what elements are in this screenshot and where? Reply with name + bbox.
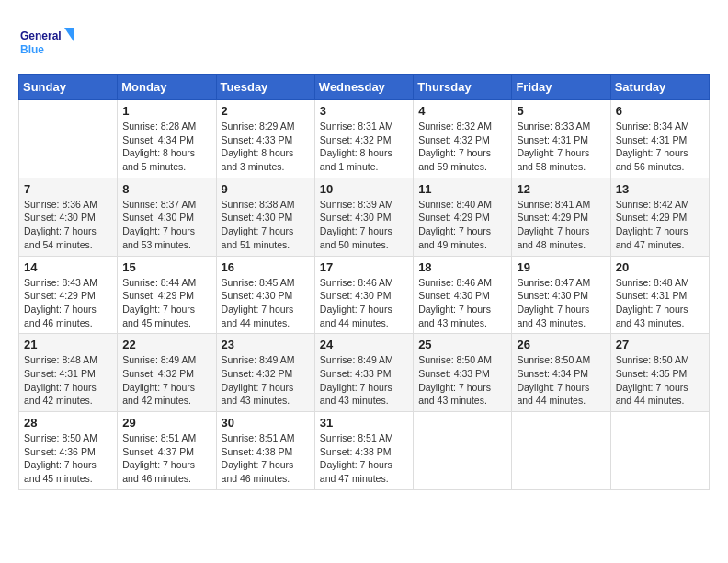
day-number: 2 — [222, 104, 310, 118]
calendar-cell: 10Sunrise: 8:39 AM Sunset: 4:30 PM Dayli… — [314, 178, 413, 256]
day-info: Sunrise: 8:48 AM Sunset: 4:31 PM Dayligh… — [24, 353, 112, 408]
day-number: 7 — [24, 182, 112, 196]
weekday-header-cell: Saturday — [610, 75, 709, 100]
weekday-header-cell: Monday — [118, 75, 216, 100]
day-info: Sunrise: 8:29 AM Sunset: 4:33 PM Dayligh… — [222, 120, 310, 174]
day-number: 20 — [616, 260, 704, 274]
day-info: Sunrise: 8:37 AM Sunset: 4:30 PM Dayligh… — [122, 198, 210, 252]
day-number: 8 — [122, 182, 210, 196]
calendar: SundayMondayTuesdayWednesdayThursdayFrid… — [18, 74, 710, 490]
day-info: Sunrise: 8:46 AM Sunset: 4:30 PM Dayligh… — [418, 276, 506, 330]
calendar-cell: 20Sunrise: 8:48 AM Sunset: 4:31 PM Dayli… — [610, 256, 709, 334]
day-number: 24 — [320, 338, 408, 351]
day-info: Sunrise: 8:49 AM Sunset: 4:32 PM Dayligh… — [222, 353, 310, 408]
day-info: Sunrise: 8:41 AM Sunset: 4:29 PM Dayligh… — [517, 198, 605, 252]
calendar-cell: 15Sunrise: 8:44 AM Sunset: 4:29 PM Dayli… — [118, 256, 216, 334]
calendar-cell: 17Sunrise: 8:46 AM Sunset: 4:30 PM Dayli… — [314, 256, 413, 334]
day-info: Sunrise: 8:50 AM Sunset: 4:36 PM Dayligh… — [24, 431, 112, 486]
day-info: Sunrise: 8:49 AM Sunset: 4:32 PM Dayligh… — [122, 353, 210, 408]
calendar-cell: 16Sunrise: 8:45 AM Sunset: 4:30 PM Dayli… — [216, 256, 314, 334]
calendar-cell: 23Sunrise: 8:49 AM Sunset: 4:32 PM Dayli… — [216, 334, 314, 412]
day-info: Sunrise: 8:49 AM Sunset: 4:33 PM Dayligh… — [320, 353, 408, 408]
calendar-body: 1Sunrise: 8:28 AM Sunset: 4:34 PM Daylig… — [19, 100, 710, 490]
day-info: Sunrise: 8:40 AM Sunset: 4:29 PM Dayligh… — [418, 198, 506, 252]
day-info: Sunrise: 8:34 AM Sunset: 4:31 PM Dayligh… — [616, 120, 704, 174]
weekday-header-cell: Tuesday — [216, 75, 314, 100]
weekday-header-cell: Sunday — [19, 75, 118, 100]
weekday-header-cell: Wednesday — [314, 75, 413, 100]
day-number: 26 — [517, 338, 605, 351]
day-number: 13 — [616, 182, 704, 196]
weekday-header-cell: Thursday — [414, 75, 512, 100]
day-info: Sunrise: 8:47 AM Sunset: 4:30 PM Dayligh… — [517, 276, 605, 330]
calendar-week-row: 21Sunrise: 8:48 AM Sunset: 4:31 PM Dayli… — [19, 334, 710, 412]
day-number: 6 — [616, 104, 704, 118]
day-info: Sunrise: 8:31 AM Sunset: 4:32 PM Dayligh… — [320, 120, 408, 174]
day-number: 27 — [616, 338, 704, 351]
calendar-cell: 25Sunrise: 8:50 AM Sunset: 4:33 PM Dayli… — [414, 334, 512, 412]
day-number: 4 — [418, 104, 506, 118]
day-info: Sunrise: 8:44 AM Sunset: 4:29 PM Dayligh… — [122, 276, 210, 330]
calendar-cell: 1Sunrise: 8:28 AM Sunset: 4:34 PM Daylig… — [118, 100, 216, 178]
calendar-cell: 12Sunrise: 8:41 AM Sunset: 4:29 PM Dayli… — [512, 178, 610, 256]
day-info: Sunrise: 8:36 AM Sunset: 4:30 PM Dayligh… — [24, 198, 112, 252]
calendar-cell: 8Sunrise: 8:37 AM Sunset: 4:30 PM Daylig… — [118, 178, 216, 256]
calendar-cell: 27Sunrise: 8:50 AM Sunset: 4:35 PM Dayli… — [610, 334, 709, 412]
calendar-cell: 2Sunrise: 8:29 AM Sunset: 4:33 PM Daylig… — [216, 100, 314, 178]
header: General Blue — [18, 18, 710, 64]
day-number: 21 — [24, 338, 112, 351]
day-number: 11 — [418, 182, 506, 196]
day-info: Sunrise: 8:38 AM Sunset: 4:30 PM Dayligh… — [222, 198, 310, 252]
day-info: Sunrise: 8:39 AM Sunset: 4:30 PM Dayligh… — [320, 198, 408, 252]
logo-svg: General Blue — [18, 23, 74, 64]
day-number: 29 — [122, 416, 210, 430]
calendar-cell — [512, 412, 610, 490]
day-info: Sunrise: 8:45 AM Sunset: 4:30 PM Dayligh… — [222, 276, 310, 330]
day-info: Sunrise: 8:42 AM Sunset: 4:29 PM Dayligh… — [616, 198, 704, 252]
day-number: 3 — [320, 104, 408, 118]
calendar-week-row: 28Sunrise: 8:50 AM Sunset: 4:36 PM Dayli… — [19, 412, 710, 490]
day-number: 17 — [320, 260, 408, 274]
calendar-week-row: 7Sunrise: 8:36 AM Sunset: 4:30 PM Daylig… — [19, 178, 710, 256]
calendar-week-row: 14Sunrise: 8:43 AM Sunset: 4:29 PM Dayli… — [19, 256, 710, 334]
day-number: 15 — [122, 260, 210, 274]
weekday-header-row: SundayMondayTuesdayWednesdayThursdayFrid… — [19, 75, 710, 100]
svg-text:General: General — [20, 29, 62, 42]
day-number: 12 — [517, 182, 605, 196]
day-number: 9 — [222, 182, 310, 196]
calendar-cell: 30Sunrise: 8:51 AM Sunset: 4:38 PM Dayli… — [216, 412, 314, 490]
calendar-cell — [610, 412, 709, 490]
day-number: 25 — [418, 338, 506, 351]
day-number: 5 — [517, 104, 605, 118]
calendar-cell: 26Sunrise: 8:50 AM Sunset: 4:34 PM Dayli… — [512, 334, 610, 412]
weekday-header-cell: Friday — [512, 75, 610, 100]
day-info: Sunrise: 8:33 AM Sunset: 4:31 PM Dayligh… — [517, 120, 605, 174]
calendar-cell: 3Sunrise: 8:31 AM Sunset: 4:32 PM Daylig… — [314, 100, 413, 178]
day-info: Sunrise: 8:50 AM Sunset: 4:34 PM Dayligh… — [517, 353, 605, 408]
day-info: Sunrise: 8:43 AM Sunset: 4:29 PM Dayligh… — [24, 276, 112, 330]
day-info: Sunrise: 8:28 AM Sunset: 4:34 PM Dayligh… — [122, 120, 210, 174]
logo: General Blue — [18, 23, 74, 64]
day-number: 1 — [122, 104, 210, 118]
calendar-week-row: 1Sunrise: 8:28 AM Sunset: 4:34 PM Daylig… — [19, 100, 710, 178]
calendar-cell: 18Sunrise: 8:46 AM Sunset: 4:30 PM Dayli… — [414, 256, 512, 334]
day-info: Sunrise: 8:50 AM Sunset: 4:33 PM Dayligh… — [418, 353, 506, 408]
day-number: 16 — [222, 260, 310, 274]
calendar-cell: 6Sunrise: 8:34 AM Sunset: 4:31 PM Daylig… — [610, 100, 709, 178]
calendar-cell: 4Sunrise: 8:32 AM Sunset: 4:32 PM Daylig… — [414, 100, 512, 178]
day-number: 23 — [222, 338, 310, 351]
calendar-cell: 22Sunrise: 8:49 AM Sunset: 4:32 PM Dayli… — [118, 334, 216, 412]
calendar-cell: 11Sunrise: 8:40 AM Sunset: 4:29 PM Dayli… — [414, 178, 512, 256]
calendar-cell: 31Sunrise: 8:51 AM Sunset: 4:38 PM Dayli… — [314, 412, 413, 490]
calendar-cell: 28Sunrise: 8:50 AM Sunset: 4:36 PM Dayli… — [19, 412, 118, 490]
calendar-cell — [19, 100, 118, 178]
day-info: Sunrise: 8:48 AM Sunset: 4:31 PM Dayligh… — [616, 276, 704, 330]
calendar-cell: 19Sunrise: 8:47 AM Sunset: 4:30 PM Dayli… — [512, 256, 610, 334]
calendar-cell: 5Sunrise: 8:33 AM Sunset: 4:31 PM Daylig… — [512, 100, 610, 178]
day-number: 14 — [24, 260, 112, 274]
calendar-cell — [414, 412, 512, 490]
day-info: Sunrise: 8:32 AM Sunset: 4:32 PM Dayligh… — [418, 120, 506, 174]
day-number: 28 — [24, 416, 112, 430]
calendar-cell: 13Sunrise: 8:42 AM Sunset: 4:29 PM Dayli… — [610, 178, 709, 256]
day-info: Sunrise: 8:51 AM Sunset: 4:37 PM Dayligh… — [122, 431, 210, 486]
